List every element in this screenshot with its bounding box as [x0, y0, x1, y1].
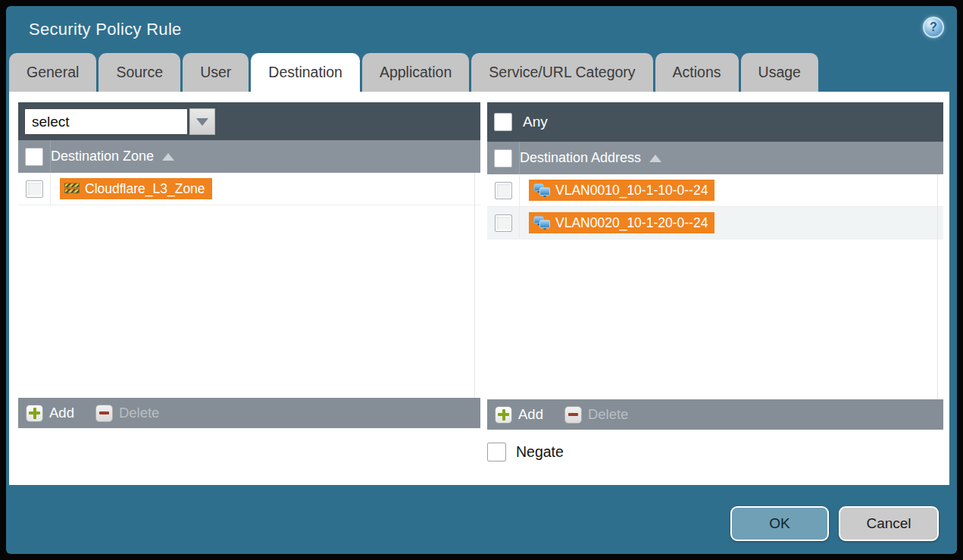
network-icon: [533, 183, 550, 197]
zone-row-checkbox[interactable]: [26, 180, 43, 198]
address-row-label: VLAN0010_10-1-10-0--24: [555, 183, 708, 199]
dialog-title: Security Policy Rule: [29, 20, 182, 39]
minus-icon: [95, 405, 113, 422]
tab-actions[interactable]: Actions: [655, 53, 739, 92]
minus-icon: [564, 406, 582, 424]
address-panel-header: Any: [487, 102, 943, 142]
zone-add-label: Add: [49, 405, 74, 421]
table-row: VLAN0010_10-1-10-0--24: [487, 174, 943, 207]
network-icon: [533, 216, 550, 230]
destination-address-panel: Any Destination Address: [487, 102, 943, 430]
negate-checkbox[interactable]: [487, 443, 506, 461]
zone-add-button[interactable]: Add: [26, 405, 74, 422]
address-delete-label: Delete: [588, 406, 628, 423]
cancel-button[interactable]: Cancel: [839, 506, 939, 541]
zone-row-chip[interactable]: Cloudflare_L3_Zone: [60, 178, 212, 199]
zone-row-label: Cloudflare_L3_Zone: [85, 181, 205, 197]
address-add-label: Add: [518, 406, 543, 423]
ok-button[interactable]: OK: [730, 506, 829, 541]
tab-destination[interactable]: Destination: [251, 53, 360, 92]
address-row-label: VLAN0020_10-1-20-0--24: [555, 215, 708, 231]
help-icon[interactable]: ?: [923, 17, 944, 38]
tab-user[interactable]: User: [183, 53, 249, 92]
destination-zone-panel: Destination Zone Cloudfl: [18, 102, 480, 428]
zone-select-combo: [24, 108, 215, 135]
zone-select-dropdown-button[interactable]: [189, 108, 215, 135]
sort-asc-icon: [649, 155, 661, 162]
plus-icon: [26, 405, 43, 422]
negate-control: Negate: [487, 443, 564, 461]
address-delete-button[interactable]: Delete: [564, 406, 628, 424]
chevron-down-icon: [196, 118, 208, 126]
address-list: VLAN0010_10-1-10-0--24 VLAN: [487, 174, 943, 399]
zone-panel-toolbar: Add Delete: [18, 398, 480, 428]
address-row-chip[interactable]: VLAN0020_10-1-20-0--24: [529, 212, 714, 233]
zone-delete-button[interactable]: Delete: [95, 405, 159, 422]
tab-general[interactable]: General: [9, 53, 96, 92]
tab-source[interactable]: Source: [98, 53, 180, 92]
zone-select-input[interactable]: [24, 108, 188, 135]
any-label: Any: [523, 114, 548, 130]
address-row-checkbox[interactable]: [495, 214, 512, 232]
address-column-header-row: Destination Address: [487, 142, 943, 174]
table-row: Cloudflare_L3_Zone: [18, 173, 480, 205]
tab-strip: General Source User Destination Applicat…: [9, 53, 818, 92]
tab-service-url-category[interactable]: Service/URL Category: [471, 53, 652, 92]
address-select-all-checkbox[interactable]: [494, 149, 512, 167]
zone-column-header-label[interactable]: Destination Zone: [51, 149, 154, 164]
zone-list: Cloudflare_L3_Zone: [18, 173, 480, 398]
zone-delete-label: Delete: [119, 405, 159, 421]
tab-usage[interactable]: Usage: [741, 53, 818, 92]
zone-select-all-checkbox[interactable]: [25, 148, 43, 166]
address-panel-toolbar: Add Delete: [487, 399, 943, 430]
destination-tab-content: Destination Zone Cloudfl: [9, 92, 949, 485]
address-column-header-label[interactable]: Destination Address: [520, 150, 641, 166]
sort-asc-icon: [162, 153, 174, 161]
table-row: VLAN0020_10-1-20-0--24: [487, 207, 943, 239]
negate-label: Negate: [516, 443, 564, 461]
tab-application[interactable]: Application: [362, 53, 469, 92]
plus-icon: [495, 406, 512, 424]
zone-column-header-row: Destination Zone: [18, 140, 480, 173]
zone-icon: [64, 183, 80, 195]
security-policy-rule-dialog: Security Policy Rule ? General Source Us…: [6, 6, 957, 554]
address-add-button[interactable]: Add: [495, 406, 543, 424]
any-checkbox[interactable]: [494, 113, 512, 131]
zone-panel-header: [18, 102, 480, 140]
address-row-checkbox[interactable]: [495, 182, 512, 199]
address-row-chip[interactable]: VLAN0010_10-1-10-0--24: [529, 180, 714, 201]
